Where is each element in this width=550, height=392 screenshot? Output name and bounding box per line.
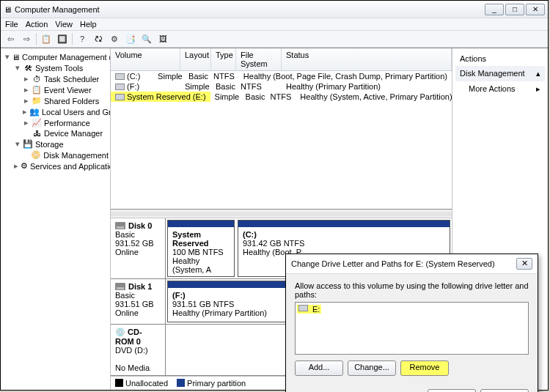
maximize-button[interactable]: □	[505, 4, 524, 15]
partition-system-reserved[interactable]: System Reserved100 MB NTFSHealthy (Syste…	[167, 220, 235, 277]
toolbar: ⇦ ⇨ 📋 🔲 ? 🗘 ⚙ 📑 🔍 🖼	[1, 31, 548, 48]
main-window: 🖥 Computer Management _ □ ✕ File Action …	[0, 0, 549, 391]
back-icon[interactable]: ⇦	[4, 32, 17, 45]
col-layout[interactable]: Layout	[180, 48, 211, 70]
settings-icon[interactable]: ⚙	[108, 32, 121, 45]
add-button[interactable]: Add...	[295, 360, 343, 376]
actions-more[interactable]: More Actions▸	[455, 81, 545, 97]
dialog-title: Change Drive Letter and Paths for E: (Sy…	[291, 259, 516, 268]
dialog-titlebar: Change Drive Letter and Paths for E: (Sy…	[286, 254, 538, 274]
cancel-button[interactable]: Cancel	[480, 389, 529, 392]
nav-tree: ▾🖥Computer Management (Local ▾🛠System To…	[1, 48, 111, 390]
disk-icon	[115, 222, 125, 229]
scrollbar[interactable]	[111, 210, 452, 218]
app-icon: 🖥	[4, 5, 12, 14]
remove-button[interactable]: Remove	[400, 360, 449, 376]
tree-local-users[interactable]: ▸👥Local Users and Groups	[21, 106, 109, 117]
dialog-close-button[interactable]: ✕	[516, 258, 532, 270]
menu-view[interactable]: View	[55, 20, 73, 29]
col-type[interactable]: Type	[211, 48, 236, 70]
swatch-unallocated	[115, 379, 123, 387]
chevron-right-icon: ▸	[536, 84, 540, 94]
col-filesystem[interactable]: File System	[236, 48, 282, 70]
extra-icon[interactable]: 🖼	[156, 32, 169, 45]
close-button[interactable]: ✕	[526, 4, 545, 15]
forward-icon[interactable]: ⇨	[20, 32, 33, 45]
tree-event-viewer[interactable]: ▸📋Event Viewer	[21, 84, 109, 95]
tree-task-scheduler[interactable]: ▸⏱Task Scheduler	[21, 73, 109, 84]
disk-info[interactable]: 💿 CD-ROM 0 DVD (D:)No Media	[111, 325, 166, 375]
menubar: File Action View Help	[1, 18, 548, 31]
drive-letter-listbox[interactable]: E:	[295, 302, 529, 355]
up-icon[interactable]: 📋	[40, 32, 53, 45]
volume-header: Volume Layout Type File System Status	[111, 48, 452, 71]
volume-row[interactable]: (F:) SimpleBasicNTFSHealthy (Primary Par…	[111, 81, 452, 92]
drive-icon	[115, 73, 125, 80]
swatch-primary	[177, 379, 185, 387]
volume-row-selected[interactable]: System Reserved (E:) SimpleBasicNTFSHeal…	[111, 92, 452, 102]
find-icon[interactable]: 🔍	[140, 32, 153, 45]
volume-list: Volume Layout Type File System Status (C…	[111, 48, 452, 209]
menu-file[interactable]: File	[5, 20, 18, 29]
disk-icon	[115, 283, 125, 290]
tree-services[interactable]: ▸⚙Services and Applications	[12, 160, 109, 171]
ok-button[interactable]: OK	[428, 389, 476, 392]
disk-info[interactable]: Disk 0 Basic931.52 GBOnline	[111, 218, 166, 278]
actions-header: Actions	[455, 51, 545, 66]
tree-system-tools[interactable]: ▾🛠System Tools	[12, 62, 109, 73]
disk-info[interactable]: Disk 1 Basic931.51 GBOnline	[111, 279, 166, 324]
dialog-label: Allow access to this volume by using the…	[295, 281, 529, 299]
col-status[interactable]: Status	[282, 48, 452, 70]
volume-row[interactable]: (C:) SimpleBasicNTFSHealthy (Boot, Page …	[111, 71, 452, 81]
cdrom-icon: 💿	[115, 328, 125, 336]
drive-icon	[115, 84, 125, 90]
tree-performance[interactable]: ▸📈Performance	[21, 117, 109, 128]
tree-root[interactable]: ▾🖥Computer Management (Local	[4, 51, 109, 62]
tree-shared-folders[interactable]: ▸📁Shared Folders	[21, 95, 109, 106]
menu-action[interactable]: Action	[26, 20, 48, 29]
window-title: Computer Management	[12, 5, 485, 14]
actions-disk-management[interactable]: Disk Management▴	[455, 66, 545, 81]
tree-storage[interactable]: ▾💾Storage	[12, 138, 109, 149]
menu-help[interactable]: Help	[80, 20, 97, 29]
drive-icon	[298, 305, 308, 311]
tree-device-manager[interactable]: 🖧Device Manager	[21, 128, 109, 138]
minimize-button[interactable]: _	[485, 4, 504, 15]
collapse-icon: ▴	[536, 69, 540, 78]
drive-letter-entry[interactable]: E:	[297, 305, 321, 314]
refresh-icon[interactable]: 🗘	[92, 32, 105, 45]
col-volume[interactable]: Volume	[111, 48, 180, 70]
titlebar: 🖥 Computer Management _ □ ✕	[1, 1, 548, 18]
change-drive-letter-dialog: Change Drive Letter and Paths for E: (Sy…	[285, 254, 538, 392]
drive-icon	[115, 94, 125, 100]
change-button[interactable]: Change...	[348, 360, 396, 376]
help-icon[interactable]: ?	[76, 32, 89, 45]
properties-icon[interactable]: 🔲	[56, 32, 69, 45]
list-icon[interactable]: 📑	[124, 32, 137, 45]
tree-disk-management[interactable]: 📀Disk Management	[21, 149, 109, 160]
